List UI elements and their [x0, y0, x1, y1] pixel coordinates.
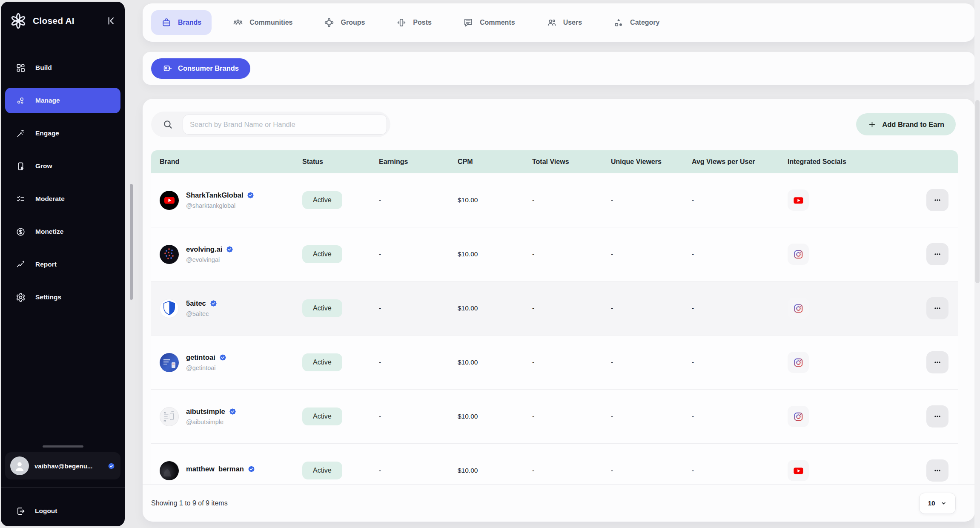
verified-badge-icon — [226, 245, 234, 253]
table-row: evolving.ai @evolvingai Active - $10.00 … — [151, 227, 958, 281]
row-actions-button[interactable] — [926, 351, 948, 373]
add-brand-button[interactable]: Add Brand to Earn — [856, 113, 956, 135]
instagram-icon — [788, 406, 809, 427]
logout-button[interactable]: Logout — [5, 499, 120, 523]
brand-cell: SharkTankGlobal @sharktankglobal — [151, 191, 296, 210]
window-scrollbar-thumb[interactable] — [975, 100, 980, 283]
status-badge: Active — [302, 191, 342, 209]
column-header: Brand — [151, 158, 296, 166]
cpm-cell: $10.00 — [451, 250, 526, 258]
sidebar-item-report[interactable]: Report — [5, 252, 120, 277]
youtube-avatar — [160, 191, 179, 210]
actions-cell — [890, 459, 958, 482]
tab-label: Communities — [249, 19, 292, 26]
top-tab-bar: BrandsCommunitiesGroupsPostsCommentsUser… — [143, 3, 975, 42]
column-header: Avg Views per User — [685, 158, 781, 166]
sidebar-item-moderate[interactable]: Moderate — [5, 186, 120, 212]
wand-icon — [16, 129, 26, 138]
page-size-select[interactable]: 10 — [919, 493, 956, 514]
dots-avatar — [160, 245, 179, 264]
sidebar-item-grow[interactable]: Grow — [5, 153, 120, 179]
tab-label: Category — [630, 19, 659, 26]
status-badge: Active — [302, 462, 342, 479]
earnings-cell: - — [373, 250, 451, 258]
brand-cell: matthew_berman — [151, 461, 296, 480]
brand-handle: @evolvingai — [186, 256, 234, 263]
sidebar-item-settings[interactable]: Settings — [5, 284, 120, 310]
tab-users[interactable]: Users — [536, 10, 592, 35]
verified-badge-icon — [209, 299, 218, 307]
row-actions-button[interactable] — [926, 459, 948, 482]
sidebar-item-manage[interactable]: Manage — [5, 88, 120, 113]
network-icon — [324, 17, 334, 28]
tab-label: Brands — [178, 19, 201, 26]
row-actions-button[interactable] — [926, 243, 948, 265]
phone-vibrate-icon — [396, 17, 407, 28]
column-header: Unique Viewers — [605, 158, 685, 166]
consumer-brands-button[interactable]: Consumer Brands — [151, 58, 250, 79]
row-actions-button[interactable] — [926, 297, 948, 319]
sidebar-item-label: Engage — [35, 129, 59, 137]
cpm-cell: $10.00 — [451, 413, 526, 420]
table-header: BrandStatusEarningsCPMTotal ViewsUnique … — [151, 150, 958, 173]
instagram-icon — [788, 298, 809, 319]
sidebar-item-label: Settings — [35, 293, 61, 301]
tab-groups[interactable]: Groups — [314, 10, 375, 35]
sidebar-item-engage[interactable]: Engage — [5, 121, 120, 146]
sidebar-item-build[interactable]: Build — [5, 55, 120, 80]
filter-bar: Consumer Brands — [143, 52, 975, 85]
sidebar-collapse-icon[interactable] — [105, 15, 116, 26]
sidebar-item-label: Report — [35, 261, 57, 268]
row-actions-button[interactable] — [926, 405, 948, 428]
sketch-avatar — [160, 407, 179, 426]
people-group-icon — [233, 17, 243, 28]
brand-cell: evolving.ai @evolvingai — [151, 245, 296, 264]
search-icon — [162, 119, 173, 130]
tab-label: Comments — [480, 19, 515, 26]
verified-badge-icon — [107, 462, 115, 470]
briefcase-icon — [161, 17, 172, 28]
sidebar-item-monetize[interactable]: Monetize — [5, 219, 120, 244]
wallet-arrow-icon — [163, 63, 172, 73]
verified-badge-icon — [229, 407, 237, 416]
checklist-icon — [16, 194, 26, 204]
cpm-cell: $10.00 — [451, 196, 526, 204]
window-scrollbar[interactable] — [974, 0, 980, 528]
avg-views-cell: - — [685, 359, 781, 366]
socials-cell — [781, 244, 890, 265]
shield-avatar — [160, 299, 179, 318]
table-row: SharkTankGlobal @sharktankglobal Active … — [151, 173, 958, 227]
unique-viewers-cell: - — [605, 413, 685, 420]
instagram-icon — [788, 352, 809, 373]
tab-label: Users — [563, 19, 582, 26]
tab-communities[interactable]: Communities — [223, 10, 303, 35]
unique-viewers-cell: - — [605, 359, 685, 366]
sidebar-item-label: Grow — [35, 162, 52, 170]
user-avatar — [10, 456, 29, 475]
search-input[interactable] — [183, 115, 387, 135]
closed-ai-logo-icon — [9, 12, 27, 30]
tab-brands[interactable]: Brands — [151, 10, 212, 35]
column-header: Status — [296, 158, 373, 166]
total-views-cell: - — [526, 250, 605, 258]
avg-views-cell: - — [685, 196, 781, 204]
row-actions-button[interactable] — [926, 189, 948, 211]
user-account-card[interactable]: vaibhav@begenu... — [5, 452, 120, 479]
tab-comments[interactable]: Comments — [453, 10, 525, 35]
tab-label: Posts — [413, 19, 432, 26]
app-title: Closed AI — [33, 16, 100, 26]
photo-blue-avatar — [160, 353, 179, 372]
avg-views-cell: - — [685, 413, 781, 420]
earnings-cell: - — [373, 196, 451, 204]
column-header: Total Views — [526, 158, 605, 166]
brands-panel: Add Brand to Earn BrandStatusEarningsCPM… — [143, 99, 975, 522]
tab-posts[interactable]: Posts — [386, 10, 442, 35]
gear-icon — [16, 293, 26, 302]
page-size-value: 10 — [928, 499, 935, 507]
sidebar-drag-handle[interactable] — [43, 445, 83, 448]
sidebar-header: Closed AI — [1, 2, 125, 33]
status-cell: Active — [296, 245, 373, 263]
unique-viewers-cell: - — [605, 196, 685, 204]
sidebar-scrollbar[interactable] — [130, 184, 133, 300]
tab-category[interactable]: Category — [603, 10, 670, 35]
